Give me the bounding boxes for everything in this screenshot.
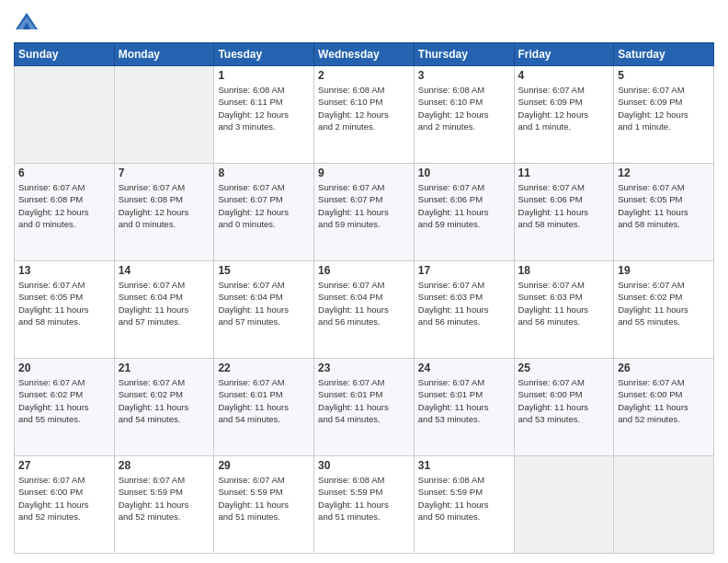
day-cell: 5Sunrise: 6:07 AM Sunset: 6:09 PM Daylig…	[614, 66, 714, 164]
day-info: Sunrise: 6:07 AM Sunset: 6:00 PM Dayligh…	[518, 376, 610, 425]
day-cell: 14Sunrise: 6:07 AM Sunset: 6:04 PM Dayli…	[114, 261, 214, 359]
day-number: 13	[18, 264, 110, 277]
day-cell: 18Sunrise: 6:07 AM Sunset: 6:03 PM Dayli…	[514, 261, 614, 359]
day-cell: 13Sunrise: 6:07 AM Sunset: 6:05 PM Dayli…	[15, 261, 115, 359]
header-row: SundayMondayTuesdayWednesdayThursdayFrid…	[15, 43, 714, 66]
day-number: 27	[18, 459, 110, 472]
header-day: Wednesday	[314, 43, 415, 66]
header-day: Saturday	[614, 43, 714, 66]
page: SundayMondayTuesdayWednesdayThursdayFrid…	[0, 0, 728, 563]
day-number: 28	[119, 459, 210, 472]
week-row: 27Sunrise: 6:07 AM Sunset: 6:00 PM Dayli…	[15, 456, 714, 554]
day-cell: 3Sunrise: 6:08 AM Sunset: 6:10 PM Daylig…	[414, 66, 514, 164]
day-cell: 12Sunrise: 6:07 AM Sunset: 6:05 PM Dayli…	[614, 164, 714, 261]
day-info: Sunrise: 6:07 AM Sunset: 6:08 PM Dayligh…	[18, 181, 110, 230]
calendar-body: 1Sunrise: 6:08 AM Sunset: 6:11 PM Daylig…	[15, 66, 714, 554]
day-cell: 23Sunrise: 6:07 AM Sunset: 6:01 PM Dayli…	[314, 359, 415, 456]
day-number: 25	[518, 362, 610, 374]
day-cell: 19Sunrise: 6:07 AM Sunset: 6:02 PM Dayli…	[614, 261, 714, 359]
header-day: Monday	[114, 43, 214, 66]
day-number: 9	[318, 167, 410, 179]
day-number: 11	[518, 167, 610, 179]
day-number: 17	[418, 264, 510, 277]
day-number: 5	[618, 69, 710, 82]
week-row: 13Sunrise: 6:07 AM Sunset: 6:05 PM Dayli…	[15, 261, 714, 359]
day-info: Sunrise: 6:07 AM Sunset: 6:02 PM Dayligh…	[18, 376, 110, 425]
day-info: Sunrise: 6:07 AM Sunset: 6:09 PM Dayligh…	[618, 84, 710, 132]
day-cell: 29Sunrise: 6:07 AM Sunset: 5:59 PM Dayli…	[214, 456, 314, 554]
day-cell: 10Sunrise: 6:07 AM Sunset: 6:06 PM Dayli…	[414, 164, 514, 261]
logo-icon	[14, 9, 40, 35]
day-info: Sunrise: 6:07 AM Sunset: 6:03 PM Dayligh…	[518, 279, 610, 327]
day-number: 16	[318, 264, 410, 277]
day-number: 7	[119, 167, 210, 179]
day-cell	[514, 456, 614, 554]
day-info: Sunrise: 6:07 AM Sunset: 6:05 PM Dayligh…	[618, 181, 710, 230]
day-info: Sunrise: 6:07 AM Sunset: 6:02 PM Dayligh…	[618, 279, 710, 327]
day-number: 3	[418, 69, 510, 82]
day-cell: 27Sunrise: 6:07 AM Sunset: 6:00 PM Dayli…	[15, 456, 115, 554]
day-number: 23	[318, 362, 410, 374]
day-cell	[114, 66, 214, 164]
day-info: Sunrise: 6:08 AM Sunset: 5:59 PM Dayligh…	[318, 474, 410, 523]
day-number: 21	[119, 362, 210, 374]
day-number: 22	[218, 362, 310, 374]
day-cell: 8Sunrise: 6:07 AM Sunset: 6:07 PM Daylig…	[214, 164, 314, 261]
day-cell: 15Sunrise: 6:07 AM Sunset: 6:04 PM Dayli…	[214, 261, 314, 359]
header	[14, 9, 714, 35]
day-cell: 2Sunrise: 6:08 AM Sunset: 6:10 PM Daylig…	[314, 66, 415, 164]
day-cell: 25Sunrise: 6:07 AM Sunset: 6:00 PM Dayli…	[514, 359, 614, 456]
day-info: Sunrise: 6:07 AM Sunset: 6:06 PM Dayligh…	[418, 181, 510, 230]
header-day: Thursday	[414, 43, 514, 66]
week-row: 20Sunrise: 6:07 AM Sunset: 6:02 PM Dayli…	[15, 359, 714, 456]
day-number: 29	[218, 459, 310, 472]
day-info: Sunrise: 6:07 AM Sunset: 5:59 PM Dayligh…	[119, 474, 210, 523]
day-cell: 9Sunrise: 6:07 AM Sunset: 6:07 PM Daylig…	[314, 164, 415, 261]
day-info: Sunrise: 6:08 AM Sunset: 5:59 PM Dayligh…	[418, 474, 510, 523]
day-info: Sunrise: 6:07 AM Sunset: 6:01 PM Dayligh…	[218, 376, 310, 425]
day-cell: 20Sunrise: 6:07 AM Sunset: 6:02 PM Dayli…	[15, 359, 115, 456]
day-cell: 26Sunrise: 6:07 AM Sunset: 6:00 PM Dayli…	[614, 359, 714, 456]
day-info: Sunrise: 6:07 AM Sunset: 6:04 PM Dayligh…	[318, 279, 410, 327]
day-number: 15	[218, 264, 310, 277]
calendar-table: SundayMondayTuesdayWednesdayThursdayFrid…	[14, 42, 714, 554]
day-info: Sunrise: 6:07 AM Sunset: 6:01 PM Dayligh…	[318, 376, 410, 425]
header-day: Tuesday	[214, 43, 314, 66]
logo	[14, 9, 43, 35]
day-number: 4	[518, 69, 610, 82]
day-info: Sunrise: 6:07 AM Sunset: 6:00 PM Dayligh…	[618, 376, 710, 425]
day-info: Sunrise: 6:07 AM Sunset: 6:04 PM Dayligh…	[119, 279, 210, 327]
day-cell: 24Sunrise: 6:07 AM Sunset: 6:01 PM Dayli…	[414, 359, 514, 456]
day-info: Sunrise: 6:08 AM Sunset: 6:10 PM Dayligh…	[318, 84, 410, 132]
day-info: Sunrise: 6:08 AM Sunset: 6:11 PM Dayligh…	[218, 84, 310, 132]
day-cell: 6Sunrise: 6:07 AM Sunset: 6:08 PM Daylig…	[15, 164, 115, 261]
day-number: 30	[318, 459, 410, 472]
day-number: 8	[218, 167, 310, 179]
week-row: 6Sunrise: 6:07 AM Sunset: 6:08 PM Daylig…	[15, 164, 714, 261]
day-number: 12	[618, 167, 710, 179]
day-number: 24	[418, 362, 510, 374]
day-info: Sunrise: 6:07 AM Sunset: 5:59 PM Dayligh…	[218, 474, 310, 523]
day-cell: 21Sunrise: 6:07 AM Sunset: 6:02 PM Dayli…	[114, 359, 214, 456]
day-info: Sunrise: 6:07 AM Sunset: 6:05 PM Dayligh…	[18, 279, 110, 327]
day-number: 6	[18, 167, 110, 179]
day-number: 31	[418, 459, 510, 472]
day-number: 26	[618, 362, 710, 374]
day-info: Sunrise: 6:07 AM Sunset: 6:07 PM Dayligh…	[318, 181, 410, 230]
day-info: Sunrise: 6:07 AM Sunset: 6:04 PM Dayligh…	[218, 279, 310, 327]
day-cell: 22Sunrise: 6:07 AM Sunset: 6:01 PM Dayli…	[214, 359, 314, 456]
header-day: Friday	[514, 43, 614, 66]
day-number: 1	[218, 69, 310, 82]
day-cell: 31Sunrise: 6:08 AM Sunset: 5:59 PM Dayli…	[414, 456, 514, 554]
day-info: Sunrise: 6:07 AM Sunset: 6:03 PM Dayligh…	[418, 279, 510, 327]
day-info: Sunrise: 6:08 AM Sunset: 6:10 PM Dayligh…	[418, 84, 510, 132]
day-cell: 1Sunrise: 6:08 AM Sunset: 6:11 PM Daylig…	[214, 66, 314, 164]
day-cell	[614, 456, 714, 554]
day-cell: 7Sunrise: 6:07 AM Sunset: 6:08 PM Daylig…	[114, 164, 214, 261]
header-day: Sunday	[15, 43, 115, 66]
day-info: Sunrise: 6:07 AM Sunset: 6:07 PM Dayligh…	[218, 181, 310, 230]
day-number: 10	[418, 167, 510, 179]
day-info: Sunrise: 6:07 AM Sunset: 6:08 PM Dayligh…	[119, 181, 210, 230]
day-cell: 4Sunrise: 6:07 AM Sunset: 6:09 PM Daylig…	[514, 66, 614, 164]
day-info: Sunrise: 6:07 AM Sunset: 6:09 PM Dayligh…	[518, 84, 610, 132]
